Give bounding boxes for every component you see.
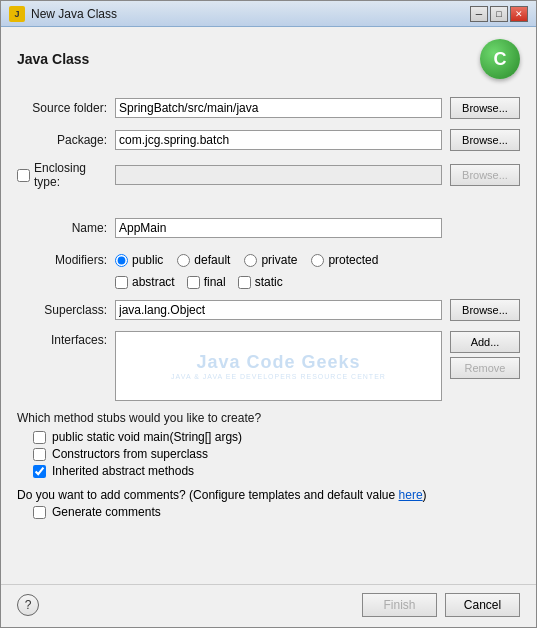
radio-default-input[interactable] [177,254,190,267]
radio-public-input[interactable] [115,254,128,267]
static-checkbox-label[interactable]: static [238,275,283,289]
abstract-checkbox[interactable] [115,276,128,289]
superclass-row: Superclass: Browse... [17,299,520,321]
static-checkbox[interactable] [238,276,251,289]
dialog-window: J New Java Class ─ □ ✕ Java Class C Sour… [0,0,537,628]
interfaces-buttons: Add... Remove [450,331,520,379]
name-input[interactable] [115,218,442,238]
package-label: Package: [17,133,107,147]
stub-item-3: Inherited abstract methods [17,464,520,478]
logo-icon: C [480,39,520,79]
watermark: Java Code Geeks Java & Java EE Developer… [171,352,386,380]
source-folder-label: Source folder: [17,101,107,115]
source-folder-input[interactable] [115,98,442,118]
abstract-checkbox-label[interactable]: abstract [115,275,175,289]
footer-left: ? [17,594,354,616]
comments-question-end: ) [423,488,427,502]
radio-private-input[interactable] [244,254,257,267]
modifiers-row: Modifiers: public default private [17,249,520,271]
final-checkbox-label[interactable]: final [187,275,226,289]
generate-comments-label: Generate comments [52,505,161,519]
name-label: Name: [17,221,107,235]
stub-item-1: public static void main(String[] args) [17,430,520,444]
modifiers-section: Modifiers: public default private [17,249,520,289]
window-icon: J [9,6,25,22]
radio-public[interactable]: public [115,253,163,267]
final-checkbox[interactable] [187,276,200,289]
comments-question: Do you want to add comments? (Configure … [17,488,520,502]
generate-comments-checkbox[interactable] [33,506,46,519]
stub-main-label: public static void main(String[] args) [52,430,242,444]
radio-protected-input[interactable] [311,254,324,267]
title-buttons: ─ □ ✕ [470,6,528,22]
dialog-footer: ? Finish Cancel [1,584,536,627]
minimize-button[interactable]: ─ [470,6,488,22]
watermark-main: Java Code Geeks [171,352,386,373]
title-bar: J New Java Class ─ □ ✕ [1,1,536,27]
generate-comments-row: Generate comments [17,505,520,519]
superclass-input[interactable] [115,300,442,320]
finish-button[interactable]: Finish [362,593,437,617]
comments-section: Do you want to add comments? (Configure … [17,488,520,519]
radio-private[interactable]: private [244,253,297,267]
section-title: Java Class [17,51,89,67]
package-input[interactable] [115,130,442,150]
superclass-label: Superclass: [17,303,107,317]
enclosing-type-input[interactable] [115,165,442,185]
package-row: Package: Browse... [17,129,520,151]
stub-inherited-checkbox[interactable] [33,465,46,478]
enclosing-type-browse-button[interactable]: Browse... [450,164,520,186]
help-button[interactable]: ? [17,594,39,616]
enclosing-type-row: Enclosing type: Browse... [17,161,520,189]
stub-main-checkbox[interactable] [33,431,46,444]
interfaces-row: Interfaces: Java Code Geeks Java & Java … [17,331,520,401]
stubs-label: Which method stubs would you like to cre… [17,411,520,425]
enclosing-type-checkbox[interactable] [17,169,30,182]
watermark-sub: Java & Java EE Developers Resource Cente… [171,373,386,380]
close-button[interactable]: ✕ [510,6,528,22]
interfaces-remove-button[interactable]: Remove [450,357,520,379]
stub-item-2: Constructors from superclass [17,447,520,461]
stub-inherited-label: Inherited abstract methods [52,464,194,478]
comments-question-start: Do you want to add comments? (Configure … [17,488,399,502]
comments-here-link[interactable]: here [399,488,423,502]
enclosing-type-label: Enclosing type: [34,161,107,189]
window-title: New Java Class [31,7,117,21]
radio-default[interactable]: default [177,253,230,267]
modifier-checkboxes-row: abstract final static [17,275,520,289]
source-folder-browse-button[interactable]: Browse... [450,97,520,119]
superclass-browse-button[interactable]: Browse... [450,299,520,321]
title-bar-left: J New Java Class [9,6,117,22]
interfaces-add-button[interactable]: Add... [450,331,520,353]
interfaces-box: Java Code Geeks Java & Java EE Developer… [115,331,442,401]
stub-constructors-checkbox[interactable] [33,448,46,461]
stubs-section: Which method stubs would you like to cre… [17,411,520,478]
name-row: Name: [17,217,520,239]
interfaces-label: Interfaces: [17,331,107,347]
maximize-button[interactable]: □ [490,6,508,22]
modifiers-label: Modifiers: [17,253,107,267]
package-browse-button[interactable]: Browse... [450,129,520,151]
radio-protected[interactable]: protected [311,253,378,267]
source-folder-row: Source folder: Browse... [17,97,520,119]
cancel-button[interactable]: Cancel [445,593,520,617]
section-header: Java Class C [17,39,520,79]
stub-constructors-label: Constructors from superclass [52,447,208,461]
dialog-content: Java Class C Source folder: Browse... Pa… [1,27,536,584]
